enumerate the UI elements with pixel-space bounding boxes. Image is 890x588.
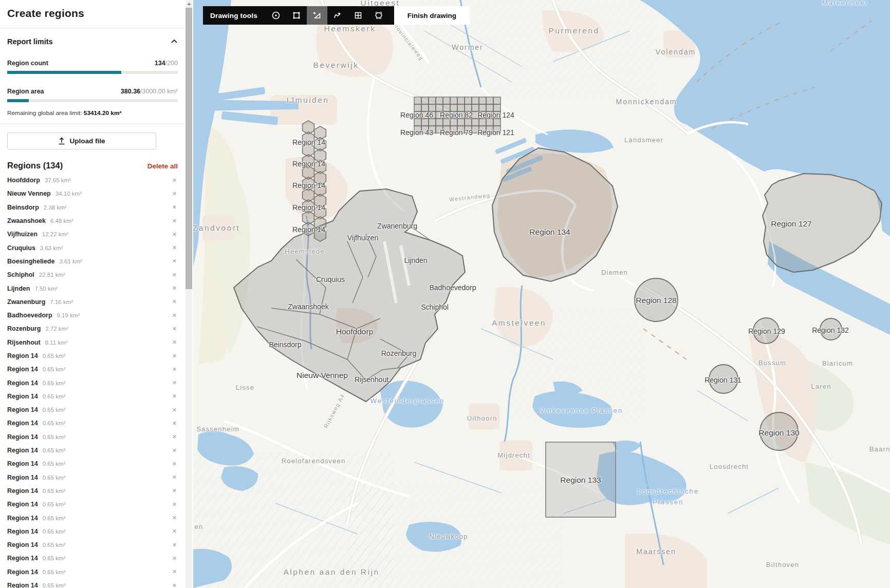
region-list-item: Nieuw Vennep 34.10 km² ✕ [7, 187, 178, 200]
remove-region-icon[interactable]: ✕ [171, 582, 178, 588]
circle-tool-icon [271, 11, 281, 20]
region-count-value: 134/200 [155, 58, 178, 67]
remove-region-icon[interactable]: ✕ [171, 528, 178, 535]
region-name: Region 14 [7, 474, 38, 481]
region-area: 12.22 km² [42, 231, 171, 237]
remove-region-icon[interactable]: ✕ [171, 474, 178, 481]
region-area: 0.65 km² [43, 366, 171, 372]
remove-region-icon[interactable]: ✕ [171, 218, 178, 224]
region-area: 7.16 km² [50, 299, 171, 305]
region-128-shape[interactable] [635, 278, 678, 321]
remove-region-icon[interactable]: ✕ [171, 407, 178, 413]
region-name: Region 14 [7, 366, 38, 373]
grid-tool-button[interactable] [348, 6, 368, 25]
scrollbar-up-arrow-icon[interactable] [186, 0, 192, 7]
region-name: Region 14 [7, 406, 38, 413]
remove-region-icon[interactable]: ✕ [171, 231, 178, 238]
region-name: Region 14 [7, 447, 38, 454]
region-name: Vijfhuizen [7, 231, 38, 238]
region-name: Region 14 [7, 568, 38, 576]
remove-region-icon[interactable]: ✕ [171, 568, 178, 575]
region-129-shape[interactable] [753, 318, 779, 344]
region-14-hex-cells[interactable] [303, 121, 326, 241]
remove-region-icon[interactable]: ✕ [171, 258, 178, 264]
region-131-shape[interactable] [709, 365, 738, 393]
remove-region-icon[interactable]: ✕ [171, 433, 178, 440]
remove-region-icon[interactable]: ✕ [171, 487, 178, 494]
remove-region-icon[interactable]: ✕ [171, 393, 178, 400]
rectangle-tool-button[interactable] [286, 6, 307, 25]
remove-region-icon[interactable]: ✕ [171, 380, 178, 386]
region-list-item: Cruquius 3.63 km² ✕ [7, 241, 178, 254]
chevron-up-icon[interactable] [171, 38, 178, 45]
region-area-label: Region area [7, 88, 44, 95]
region-area: 0.65 km² [43, 582, 171, 588]
upload-file-button[interactable]: Upload file [7, 132, 156, 149]
rectangle-tool-icon [292, 11, 301, 20]
remove-region-icon[interactable]: ✕ [171, 285, 178, 292]
region-area: 9.19 km² [57, 312, 171, 318]
region-area-value: 380.36/3000.00 km² [121, 86, 178, 96]
polyline-tool-icon [333, 11, 342, 20]
region-name: Boesingheliede [7, 258, 54, 265]
region-name: Region 14 [7, 541, 38, 548]
region-list-item: Hoofddorp 37.65 km² ✕ [7, 174, 178, 187]
remove-region-icon[interactable]: ✕ [171, 447, 178, 454]
remove-region-icon[interactable]: ✕ [171, 191, 178, 197]
region-count-label: Region count [7, 60, 48, 67]
region-area: 0.65 km² [43, 475, 171, 481]
remove-region-icon[interactable]: ✕ [171, 326, 178, 332]
remove-region-icon[interactable]: ✕ [171, 542, 178, 548]
region-130-shape[interactable] [760, 412, 798, 450]
remove-region-icon[interactable]: ✕ [171, 177, 178, 184]
polygon-tool-button[interactable] [307, 6, 327, 25]
region-area: 0.65 km² [43, 555, 171, 561]
region-area: 0.65 km² [43, 569, 171, 575]
region-area: 0.65 km² [43, 528, 171, 535]
remove-region-icon[interactable]: ✕ [171, 366, 178, 373]
region-133-shape[interactable] [546, 442, 616, 517]
region-name: Rijsenhout [7, 339, 41, 346]
remove-region-icon[interactable]: ✕ [171, 461, 178, 467]
region-name: Lijnden [7, 285, 30, 292]
region-name: Region 14 [7, 393, 38, 400]
urban-area [202, 215, 234, 241]
region-list-item: Badhoevedorp 9.19 km² ✕ [7, 309, 178, 322]
finish-drawing-button[interactable]: Finish drawing [394, 6, 470, 25]
region-name: Hoofddorp [7, 177, 40, 184]
region-area: 0.65 km² [43, 434, 171, 440]
region-count-progress [7, 71, 178, 74]
remove-region-icon[interactable]: ✕ [171, 501, 178, 508]
map-canvas[interactable]: UitgeestHeemskerkBeverwijkIJmuidenPurmer… [193, 0, 890, 588]
remove-region-icon[interactable]: ✕ [171, 312, 178, 319]
remove-region-icon[interactable]: ✕ [171, 353, 178, 359]
remove-region-icon[interactable]: ✕ [171, 244, 178, 251]
delete-all-button[interactable]: Delete all [147, 162, 178, 170]
remove-region-icon[interactable]: ✕ [171, 515, 178, 521]
region-list-item: Schiphol 22.81 km² ✕ [7, 268, 178, 281]
region-list-item: Beinsdorp 2.38 km² ✕ [7, 201, 178, 214]
region-area: 2.72 km² [45, 326, 171, 332]
polyline-tool-button[interactable] [327, 6, 348, 25]
remove-region-icon[interactable]: ✕ [171, 555, 178, 562]
region-list-item: Region 14 0.65 km² ✕ [7, 565, 178, 579]
region-grid-cells[interactable] [414, 97, 500, 133]
region-list-item: Region 14 0.65 km² ✕ [7, 579, 178, 588]
region-name: Region 14 [7, 420, 38, 427]
region-132-shape[interactable] [820, 318, 842, 340]
remove-region-icon[interactable]: ✕ [171, 272, 178, 278]
region-name: Region 14 [7, 380, 38, 387]
remaining-limit-text: Remaining global area limit: 53414.20 km… [7, 109, 178, 117]
circle-tool-button[interactable] [266, 6, 286, 25]
region-area: 0.65 km² [43, 461, 171, 467]
region-area: 0.65 km² [43, 353, 171, 359]
polygon-tool-icon [312, 11, 322, 20]
remove-region-icon[interactable]: ✕ [171, 298, 178, 305]
remove-region-icon[interactable]: ✕ [171, 339, 178, 346]
remove-region-icon[interactable]: ✕ [171, 204, 178, 211]
scrollbar-thumb[interactable] [186, 8, 192, 289]
drawing-toolbar: Drawing tools [203, 6, 470, 25]
freeform-tool-button[interactable] [368, 6, 389, 25]
region-name: Cruquius [7, 244, 35, 252]
remove-region-icon[interactable]: ✕ [171, 420, 178, 427]
